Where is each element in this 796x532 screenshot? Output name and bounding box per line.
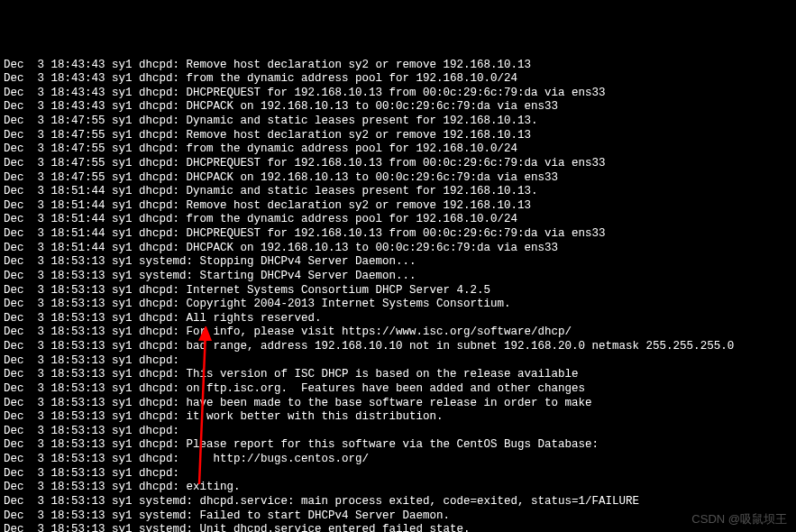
log-line: Dec 3 18:53:13 sy1 systemd: Starting DHC… xyxy=(4,270,792,284)
log-line: Dec 3 18:43:43 sy1 dhcpd: DHCPACK on 192… xyxy=(4,100,792,115)
log-line: Dec 3 18:53:13 sy1 dhcpd: it work better… xyxy=(4,410,792,425)
log-line: Dec 3 18:53:13 sy1 systemd: Failed to st… xyxy=(4,509,792,524)
log-line: Dec 3 18:53:13 sy1 dhcpd: xyxy=(4,425,792,439)
log-line: Dec 3 18:51:44 sy1 dhcpd: from the dynam… xyxy=(4,213,792,227)
log-line: Dec 3 18:53:13 sy1 dhcpd: All rights res… xyxy=(4,312,792,326)
log-line: Dec 3 18:47:55 sy1 dhcpd: Dynamic and st… xyxy=(4,115,792,129)
log-line: Dec 3 18:53:13 sy1 dhcpd: exiting. xyxy=(4,481,792,495)
log-line: Dec 3 18:53:13 sy1 dhcpd: bad range, add… xyxy=(4,340,792,354)
log-line: Dec 3 18:47:55 sy1 dhcpd: DHCPACK on 192… xyxy=(4,171,792,186)
log-line: Dec 3 18:53:13 sy1 dhcpd: For info, plea… xyxy=(4,326,792,340)
log-line: Dec 3 18:43:43 sy1 dhcpd: from the dynam… xyxy=(4,72,792,87)
log-line: Dec 3 18:53:13 sy1 dhcpd: xyxy=(4,354,792,369)
log-line: Dec 3 18:51:44 sy1 dhcpd: DHCPACK on 192… xyxy=(4,242,792,256)
log-line: Dec 3 18:53:13 sy1 dhcpd: Internet Syste… xyxy=(4,284,792,298)
log-line: Dec 3 18:53:13 sy1 systemd: Stopping DHC… xyxy=(4,255,792,270)
log-line: Dec 3 18:53:13 sy1 dhcpd: Copyright 2004… xyxy=(4,298,792,312)
log-line: Dec 3 18:53:13 sy1 dhcpd: xyxy=(4,467,792,482)
log-line: Dec 3 18:53:13 sy1 systemd: Unit dhcpd.s… xyxy=(4,523,792,532)
log-line: Dec 3 18:47:55 sy1 dhcpd: from the dynam… xyxy=(4,142,792,157)
log-line: Dec 3 18:47:55 sy1 dhcpd: DHCPREQUEST fo… xyxy=(4,157,792,171)
terminal-log-output: Dec 3 18:43:43 sy1 dhcpd: Remove host de… xyxy=(4,59,792,533)
log-line: Dec 3 18:43:43 sy1 dhcpd: Remove host de… xyxy=(4,59,792,73)
log-line: Dec 3 18:47:55 sy1 dhcpd: Remove host de… xyxy=(4,129,792,143)
log-line: Dec 3 18:43:43 sy1 dhcpd: DHCPREQUEST fo… xyxy=(4,87,792,101)
log-line: Dec 3 18:53:13 sy1 dhcpd: have been made… xyxy=(4,397,792,411)
log-line: Dec 3 18:51:44 sy1 dhcpd: Remove host de… xyxy=(4,199,792,214)
log-line: Dec 3 18:53:13 sy1 dhcpd: This version o… xyxy=(4,368,792,382)
log-line: Dec 3 18:53:13 sy1 dhcpd: Please report … xyxy=(4,438,792,453)
log-line: Dec 3 18:51:44 sy1 dhcpd: DHCPREQUEST fo… xyxy=(4,227,792,242)
log-line: Dec 3 18:53:13 sy1 dhcpd: on ftp.isc.org… xyxy=(4,382,792,397)
watermark-text: CSDN @吸鼠坝王 xyxy=(691,512,787,527)
log-line: Dec 3 18:51:44 sy1 dhcpd: Dynamic and st… xyxy=(4,185,792,199)
log-line: Dec 3 18:53:13 sy1 systemd: dhcpd.servic… xyxy=(4,495,792,509)
log-line: Dec 3 18:53:13 sy1 dhcpd: http://bugs.ce… xyxy=(4,453,792,467)
